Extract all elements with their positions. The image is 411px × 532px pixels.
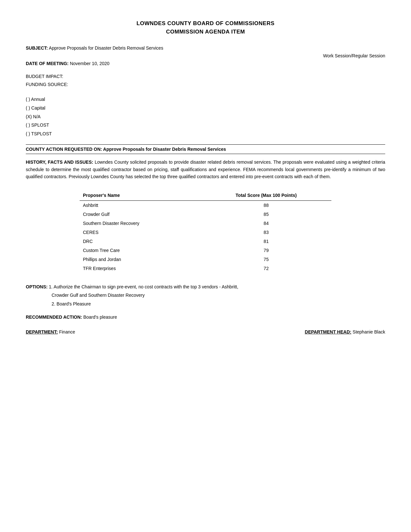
proposer-name-cell: Ashbritt (80, 200, 201, 210)
session-line: Work Session/Regular Session (26, 53, 385, 58)
funding-source-label: FUNDING SOURCE: (26, 81, 385, 89)
score-cell: 85 (201, 210, 331, 219)
funding-option-capital: ( ) Capital (26, 104, 385, 112)
subject-label: SUBJECT: (26, 45, 48, 51)
score-cell: 88 (201, 200, 331, 210)
proposer-name-cell: CERES (80, 228, 201, 237)
county-action-text: Approve Proposals for Disaster Debris Re… (103, 147, 226, 152)
funding-option-splost: ( ) SPLOST (26, 121, 385, 130)
header-line2: COMMISSION AGENDA ITEM (166, 29, 245, 35)
funding-option-annual: ( ) Annual (26, 95, 385, 104)
history-label: HISTORY, FACTS AND ISSUES: (26, 160, 93, 165)
table-row: Ashbritt88 (80, 200, 331, 210)
score-cell: 84 (201, 219, 331, 228)
recommended-label: RECOMMENDED ACTION: (26, 314, 82, 320)
table-row: Custom Tree Care79 (80, 246, 331, 255)
score-cell: 79 (201, 246, 331, 255)
proposer-name-cell: Southern Disaster Recovery (80, 219, 201, 228)
funding-option-tsplost: ( ) TSPLOST (26, 130, 385, 138)
department-head-block: DEPARTMENT HEAD: Stephanie Black (305, 329, 385, 334)
page-header: LOWNDES COUNTY BOARD OF COMMISSIONERS CO… (26, 19, 385, 36)
department-head-label: DEPARTMENT HEAD: (305, 329, 351, 334)
date-text: November 10, 2020 (70, 61, 110, 66)
table-row: Southern Disaster Recovery84 (80, 219, 331, 228)
county-action: COUNTY ACTION REQUESTED ON: Approve Prop… (26, 144, 385, 154)
score-cell: 75 (201, 255, 331, 264)
options-label: OPTIONS: (26, 284, 48, 289)
col-score-header: Total Score (Max 100 Points) (201, 190, 331, 201)
county-action-label: COUNTY ACTION REQUESTED ON: (26, 147, 102, 152)
table-row: Phillips and Jordan75 (80, 255, 331, 264)
date-label: DATE OF MEETING: (26, 61, 69, 66)
options-section: OPTIONS: 1. Authorize the Chairman to si… (26, 283, 385, 308)
option2-text: 2. Board's Pleasure (52, 300, 385, 308)
table-row: Crowder Gulf85 (80, 210, 331, 219)
table-header-row: Proposer's Name Total Score (Max 100 Poi… (80, 190, 331, 201)
proposer-name-cell: Phillips and Jordan (80, 255, 201, 264)
header-line1: LOWNDES COUNTY BOARD OF COMMISSIONERS (136, 20, 274, 26)
table-row: DRC81 (80, 237, 331, 246)
table-row: CERES83 (80, 228, 331, 237)
proposals-table-container: Proposer's Name Total Score (Max 100 Poi… (80, 190, 331, 273)
date-line: DATE OF MEETING: November 10, 2020 (26, 61, 385, 66)
proposer-name-cell: DRC (80, 237, 201, 246)
department-label: DEPARTMENT: (26, 329, 58, 334)
session-text: Work Session/Regular Session (323, 53, 385, 58)
option1-text: 1. Authorize the Chairman to sign pre-ev… (49, 284, 239, 289)
department-block: DEPARTMENT: Finance (26, 329, 75, 334)
funding-option-na: (X) N/A (26, 112, 385, 121)
budget-impact-label: BUDGET IMPACT: (26, 73, 385, 81)
score-cell: 72 (201, 264, 331, 273)
recommended-section: RECOMMENDED ACTION: Board's pleasure (26, 314, 385, 320)
proposer-name-cell: TFR Enterprises (80, 264, 201, 273)
option1b-text: Crowder Gulf and Southern Disaster Recov… (52, 291, 385, 300)
proposer-name-cell: Crowder Gulf (80, 210, 201, 219)
department-head-text: Stephanie Black (353, 329, 385, 334)
subject-text: Approve Proposals for Disaster Debris Re… (49, 45, 163, 51)
table-row: TFR Enterprises72 (80, 264, 331, 273)
funding-options: ( ) Annual ( ) Capital (X) N/A ( ) SPLOS… (26, 95, 385, 138)
budget-section: BUDGET IMPACT: FUNDING SOURCE: (26, 73, 385, 89)
proposer-name-cell: Custom Tree Care (80, 246, 201, 255)
department-section: DEPARTMENT: Finance DEPARTMENT HEAD: Ste… (26, 329, 385, 334)
history-section: HISTORY, FACTS AND ISSUES: Lowndes Count… (26, 159, 385, 180)
col-proposer-header: Proposer's Name (80, 190, 201, 201)
recommended-text: Board's pleasure (83, 314, 117, 320)
department-text: Finance (59, 329, 75, 334)
proposals-table: Proposer's Name Total Score (Max 100 Poi… (80, 190, 331, 273)
subject-line: SUBJECT: Approve Proposals for Disaster … (26, 45, 385, 51)
score-cell: 81 (201, 237, 331, 246)
score-cell: 83 (201, 228, 331, 237)
